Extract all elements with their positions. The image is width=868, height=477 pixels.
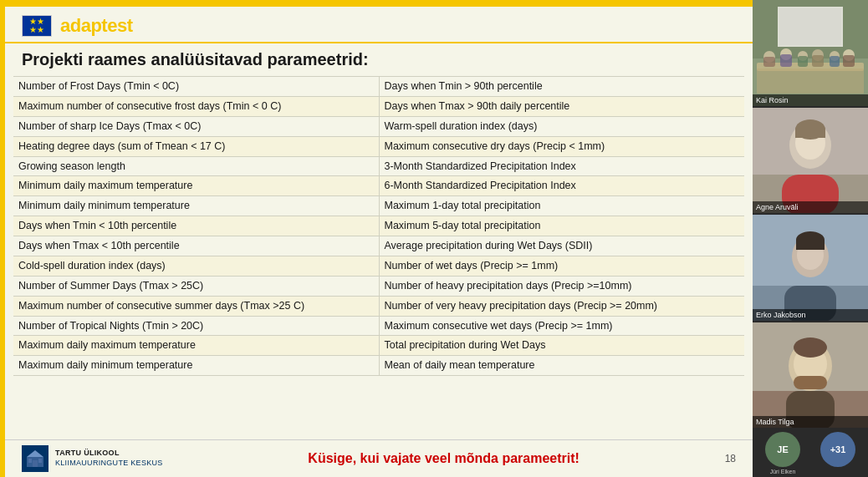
- param-left-cell: Maximum daily maximum temperature: [13, 336, 379, 356]
- test-text: est: [107, 15, 132, 36]
- svg-point-42: [794, 337, 827, 358]
- table-row: Number of sharp Ice Days (Tmax < 0C)Warm…: [13, 116, 744, 136]
- meeting-room-bg: [753, 0, 868, 106]
- svg-rect-16: [812, 55, 824, 67]
- eu-logo: ★★★★: [22, 15, 52, 37]
- table-row: Number of Tropical Nights (Tmin > 20C)Ma…: [13, 316, 744, 336]
- param-left-cell: Number of Summer Days (Tmax > 25C): [13, 276, 379, 296]
- person-bg-4: [753, 322, 868, 429]
- param-left-cell: Maximum number of consecutive summer day…: [13, 296, 379, 316]
- university-icon: [22, 445, 49, 472]
- svg-rect-36: [796, 240, 825, 250]
- slide-number: 18: [725, 453, 736, 464]
- table-row: Maximum number of consecutive frost days…: [13, 96, 744, 116]
- param-left-cell: Number of Tropical Nights (Tmin > 20C): [13, 316, 379, 336]
- person-bg-2: [753, 108, 868, 214]
- university-subtitle: kliimauuringute keskus: [55, 459, 163, 467]
- svg-marker-1: [27, 450, 43, 457]
- avatar-je-container: JE Jüri Elken: [765, 432, 800, 474]
- video-panel-4: Madis Tilga: [753, 322, 868, 429]
- content-area: Number of Frost Days (Tmin < 0C)Days whe…: [5, 74, 753, 439]
- cta-text: Küsige, kui vajate veel mõnda parameetri…: [163, 451, 725, 466]
- table-row: Maximum daily maximum temperatureTotal p…: [13, 336, 744, 356]
- bottom-avatar-row: JE Jüri Elken +31: [753, 429, 868, 477]
- param-right-cell: Maximum consecutive dry days (Precip < 1…: [379, 136, 744, 156]
- svg-rect-10: [763, 57, 775, 67]
- svg-rect-18: [830, 56, 840, 67]
- video-panel-1: Kai Rosin: [753, 0, 868, 106]
- svg-rect-3: [28, 459, 32, 463]
- param-left-cell: Growing season length: [13, 156, 379, 176]
- table-row: Cold-spell duration index (days)Number o…: [13, 256, 744, 276]
- param-left-cell: Heating degree days (sum of Tmean < 17 C…: [13, 136, 379, 156]
- param-right-cell: Number of very heavy precipitation days …: [379, 296, 744, 316]
- table-row: Growing season length3-Month Standardize…: [13, 156, 744, 176]
- table-row: Minimum daily maximum temperature6-Month…: [13, 176, 744, 196]
- param-right-cell: Average precipitation during Wet Days (S…: [379, 236, 744, 256]
- param-right-cell: Total precipitation during Wet Days: [379, 336, 744, 356]
- eu-logo-stars: ★★★★: [29, 18, 44, 34]
- video-panel-2: Agne Aruväli: [753, 108, 868, 214]
- top-accent-bar: [5, 0, 753, 7]
- param-left-cell: Days when Tmax < 10th percentile: [13, 236, 379, 256]
- header: ★★★★ adaptest: [5, 7, 753, 43]
- avatar-plus: +31: [820, 432, 855, 467]
- video-name-1: Kai Rosin: [753, 94, 868, 106]
- avatar-plus-container: +31: [820, 432, 855, 474]
- table-row: Heating degree days (sum of Tmean < 17 C…: [13, 136, 744, 156]
- presentation-area: ★★★★ adaptest Projekti raames analüüsita…: [0, 0, 753, 477]
- param-right-cell: Maximum consecutive wet days (Precip >= …: [379, 316, 744, 336]
- svg-rect-43: [794, 376, 827, 389]
- svg-rect-29: [795, 129, 825, 138]
- avatar-plus-name: [837, 469, 839, 474]
- svg-rect-8: [757, 69, 864, 94]
- svg-rect-12: [780, 54, 792, 67]
- param-left-cell: Minimum daily maximum temperature: [13, 176, 379, 196]
- table-row: Minimum daily minimum temperatureMaximum…: [13, 196, 744, 216]
- table-row: Days when Tmin < 10th percentileMaximum …: [13, 216, 744, 236]
- university-logo: TARTU ÜLIKOOL kliimauuringute keskus: [22, 445, 163, 472]
- adapt-text: adapt: [60, 15, 107, 36]
- table-row: Maximum daily minimum temperatureMean of…: [13, 356, 744, 376]
- university-name: TARTU ÜLIKOOL: [55, 449, 120, 457]
- svg-rect-22: [779, 8, 841, 45]
- table-row: Number of Summer Days (Tmax > 25C)Number…: [13, 276, 744, 296]
- param-left-cell: Minimum daily minimum temperature: [13, 196, 379, 216]
- avatar-je-name: Jüri Elken: [770, 469, 796, 474]
- param-right-cell: Mean of daily mean temperature: [379, 356, 744, 376]
- param-left-cell: Number of Frost Days (Tmin < 0C): [13, 77, 379, 97]
- param-left-cell: Days when Tmin < 10th percentile: [13, 216, 379, 236]
- avatar-je: JE: [765, 432, 800, 467]
- param-left-cell: Maximum number of consecutive frost days…: [13, 96, 379, 116]
- adapt-logo: adaptest: [60, 15, 132, 37]
- table-row: Number of Frost Days (Tmin < 0C)Days whe…: [13, 77, 744, 97]
- video-name-2: Agne Aruväli: [753, 201, 868, 213]
- slide-title: Projekti raames analüüsitavad parameetri…: [5, 43, 753, 74]
- table-row: Days when Tmax < 10th percentileAverage …: [13, 236, 744, 256]
- param-left-cell: Cold-spell duration index (days): [13, 256, 379, 276]
- yellow-accent-bar: [0, 0, 5, 477]
- param-right-cell: Days when Tmax > 90th daily percentile: [379, 96, 744, 116]
- svg-rect-2: [33, 460, 38, 467]
- svg-rect-14: [798, 56, 808, 67]
- svg-rect-20: [843, 55, 855, 67]
- param-right-cell: Maximum 5-day total precipitation: [379, 216, 744, 236]
- video-name-3: Erko Jakobson: [753, 309, 868, 321]
- param-right-cell: Warm-spell duration index (days): [379, 116, 744, 136]
- param-right-cell: Number of heavy precipitation days (Prec…: [379, 276, 744, 296]
- param-right-cell: 3-Month Standardized Precipitation Index: [379, 156, 744, 176]
- university-text: TARTU ÜLIKOOL kliimauuringute keskus: [55, 449, 163, 468]
- param-left-cell: Number of sharp Ice Days (Tmax < 0C): [13, 116, 379, 136]
- param-right-cell: Number of wet days (Precip >= 1mm): [379, 256, 744, 276]
- param-right-cell: Days when Tmin > 90th percentile: [379, 77, 744, 97]
- video-name-4: Madis Tilga: [753, 416, 868, 428]
- parameters-table: Number of Frost Days (Tmin < 0C)Days whe…: [13, 76, 744, 376]
- param-left-cell: Maximum daily minimum temperature: [13, 356, 379, 376]
- param-right-cell: Maximum 1-day total precipitation: [379, 196, 744, 216]
- person-bg-3: [753, 215, 868, 321]
- video-panel-3: Erko Jakobson: [753, 215, 868, 321]
- video-sidebar: Kai Rosin Agne Aruväli: [753, 0, 868, 477]
- table-row: Maximum number of consecutive summer day…: [13, 296, 744, 316]
- svg-rect-4: [38, 459, 42, 463]
- param-right-cell: 6-Month Standardized Precipitation Index: [379, 176, 744, 196]
